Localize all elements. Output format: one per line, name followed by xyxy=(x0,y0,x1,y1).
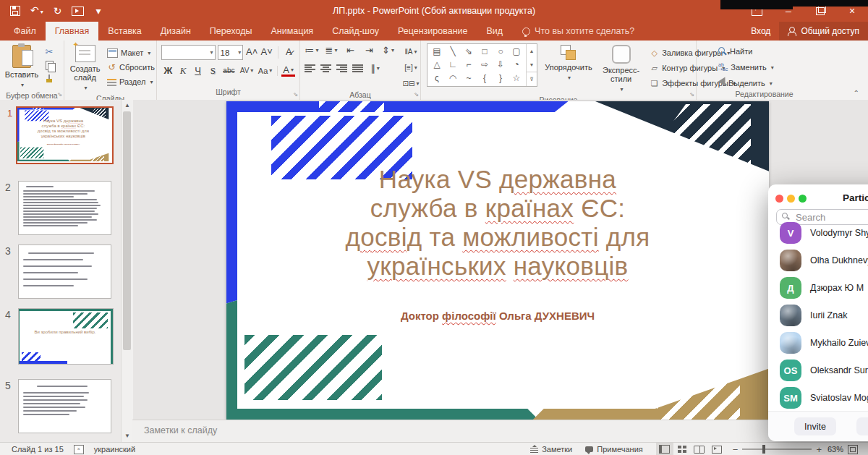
language-indicator[interactable]: украинский xyxy=(94,445,135,454)
shapes-gallery-scroll[interactable]: ▲▼⊽ xyxy=(526,44,537,86)
bold-button[interactable]: Ж xyxy=(161,64,175,77)
strikethrough-button[interactable]: abc xyxy=(221,64,237,77)
shape-glyph[interactable]: ⇨ xyxy=(477,59,493,71)
tab-Слайд-шоу[interactable]: Слайд-шоу xyxy=(323,22,388,41)
quick-styles-button[interactable]: Экспресс-стили ▾ xyxy=(600,43,642,95)
paragraph-dialog-launcher[interactable]: ⇘ xyxy=(414,91,419,98)
thumbnail-scrollbar[interactable]: ▲ ▼ xyxy=(121,100,133,442)
reading-view-button[interactable] xyxy=(691,443,708,455)
participant-row[interactable]: Iurii Znak xyxy=(768,302,868,329)
grow-font-button[interactable]: A˄ xyxy=(245,45,258,59)
smartart-button[interactable]: ⊡⊟ xyxy=(401,77,421,90)
replace-button[interactable]: ab⇢acЗаменить xyxy=(717,61,832,74)
arrange-button[interactable]: Упорядочить ▾ xyxy=(543,43,594,95)
participant-row[interactable]: VVolodymyr Shynka xyxy=(768,219,868,247)
invite-button[interactable]: Invite xyxy=(794,417,836,435)
slide-subtitle[interactable]: Доктор філософії Ольга ДУХНЕВИЧ xyxy=(226,310,769,322)
tab-Переходы[interactable]: Переходы xyxy=(200,22,262,41)
shape-glyph[interactable]: ▢ xyxy=(509,46,524,58)
slide-thumbnail-4[interactable]: Ви зробили правильний вибір. xyxy=(18,308,114,365)
zoom-slider[interactable] xyxy=(742,448,812,450)
section-button[interactable]: Раздел xyxy=(106,75,156,88)
new-slide-button[interactable]: Создать слайд ▾ xyxy=(64,43,106,94)
shape-glyph[interactable]: ∟ xyxy=(445,59,461,71)
justify-button[interactable] xyxy=(352,64,363,73)
close-traffic-light[interactable] xyxy=(775,195,783,203)
format-painter-icon[interactable] xyxy=(43,73,55,85)
slide-thumbnail-2[interactable] xyxy=(18,181,111,235)
shape-glyph[interactable]: ○ xyxy=(493,46,509,58)
slideshow-view-button[interactable] xyxy=(708,443,726,455)
zoom-slider-handle[interactable] xyxy=(762,445,765,454)
participant-row[interactable]: OSOleksandr Suranov xyxy=(768,357,868,384)
reset-button[interactable]: Сбросить xyxy=(106,61,156,74)
participant-row[interactable]: SMSviatoslav Mogylia xyxy=(768,384,868,412)
find-button[interactable]: Найти xyxy=(717,45,832,58)
shape-glyph[interactable]: ◠ xyxy=(445,72,461,85)
notes-pane[interactable]: Заметки к слайду xyxy=(132,420,868,443)
mute-button[interactable]: M xyxy=(856,417,868,435)
zoom-in-button[interactable]: + xyxy=(816,444,822,455)
spellcheck-icon[interactable]: × xyxy=(74,445,84,454)
layout-button[interactable]: Макет xyxy=(106,46,156,59)
bullets-button[interactable]: ≔ xyxy=(305,43,319,57)
slide-thumbnail-5[interactable] xyxy=(18,379,111,433)
minimize-traffic-light[interactable] xyxy=(787,195,795,203)
shape-glyph[interactable]: ς xyxy=(429,72,445,85)
font-name-combo[interactable]: ▾ xyxy=(161,45,216,60)
change-case-button[interactable]: Aa xyxy=(257,64,274,77)
comments-toggle[interactable]: Примечания xyxy=(585,445,643,454)
zoom-out-button[interactable]: − xyxy=(733,444,739,455)
collapse-ribbon-button[interactable]: ⌃ xyxy=(854,89,859,97)
shape-glyph[interactable]: ☆ xyxy=(509,72,524,85)
zoom-traffic-light[interactable] xyxy=(799,195,807,203)
numbering-button[interactable]: ≣ xyxy=(324,43,339,57)
tab-Анимация[interactable]: Анимация xyxy=(261,22,323,41)
tab-Вставка[interactable]: Вставка xyxy=(98,22,150,41)
zoom-percentage[interactable]: 63% xyxy=(827,445,843,454)
tab-Главная[interactable]: Главная xyxy=(46,22,99,41)
slide-thumbnail-3[interactable] xyxy=(18,244,111,299)
shape-glyph[interactable]: ~ xyxy=(461,72,477,85)
shape-glyph[interactable]: △ xyxy=(429,59,445,71)
increase-indent-button[interactable]: ⇥ xyxy=(362,43,376,57)
character-spacing-button[interactable]: AV xyxy=(238,64,255,77)
shape-glyph[interactable]: ⇘ xyxy=(461,46,477,58)
align-text-button[interactable]: [≡] xyxy=(401,61,421,75)
scroll-down-button[interactable]: ▼ xyxy=(122,430,133,441)
align-left-button[interactable] xyxy=(305,64,315,73)
participant-row[interactable]: Olha Dukhnevych xyxy=(768,247,868,274)
copy-icon[interactable] xyxy=(43,59,55,71)
normal-view-button[interactable] xyxy=(656,443,673,455)
tab-Вид[interactable]: Вид xyxy=(477,22,512,41)
scroll-up-button[interactable]: ▲ xyxy=(122,100,133,110)
tab-Дизайн[interactable]: Дизайн xyxy=(151,22,200,41)
shape-glyph[interactable]: □ xyxy=(477,46,493,58)
slide-sorter-view-button[interactable] xyxy=(673,443,691,455)
slide-title[interactable]: Наука VS державнаслужба в країнах ЄС:дос… xyxy=(22,119,104,138)
select-button[interactable]: Выделить xyxy=(717,77,832,90)
notes-toggle[interactable]: Заметки xyxy=(530,445,572,454)
slide-subtitle[interactable]: Доктор філософії Ольга ДУХНЕВИЧ xyxy=(17,143,109,145)
share-button[interactable]: Общий доступ xyxy=(779,22,868,41)
shape-glyph[interactable]: } xyxy=(493,72,509,85)
shrink-font-button[interactable]: A˅ xyxy=(260,45,273,59)
underline-button[interactable]: Ч xyxy=(191,64,205,77)
zoom-control[interactable]: − + xyxy=(733,444,822,455)
text-shadow-button[interactable]: S xyxy=(206,64,220,77)
slide-canvas[interactable]: Наука VS державнаслужба в країнах ЄС:дос… xyxy=(226,101,769,420)
scrollbar-thumb[interactable] xyxy=(123,111,131,350)
shape-glyph[interactable]: ⇩ xyxy=(493,59,509,71)
fit-to-window-button[interactable] xyxy=(848,445,858,454)
participant-row[interactable]: Mykhailo Zuiev xyxy=(768,329,868,357)
clipboard-dialog-launcher[interactable]: ⇘ xyxy=(57,91,62,98)
italic-button[interactable]: К xyxy=(176,64,190,77)
tell-me-search[interactable]: Что вы хотите сделать? xyxy=(522,22,634,41)
paste-button[interactable]: Вставить ▾ xyxy=(0,43,43,91)
columns-button[interactable]: ∥ xyxy=(368,61,382,75)
clear-formatting-button[interactable]: A̷ xyxy=(282,45,295,59)
line-spacing-button[interactable]: ⇕ xyxy=(381,43,395,57)
shape-glyph[interactable]: ◔ xyxy=(509,59,524,71)
drawing-dialog-launcher[interactable]: ⇘ xyxy=(689,91,694,98)
font-color-button[interactable]: A xyxy=(281,64,295,77)
